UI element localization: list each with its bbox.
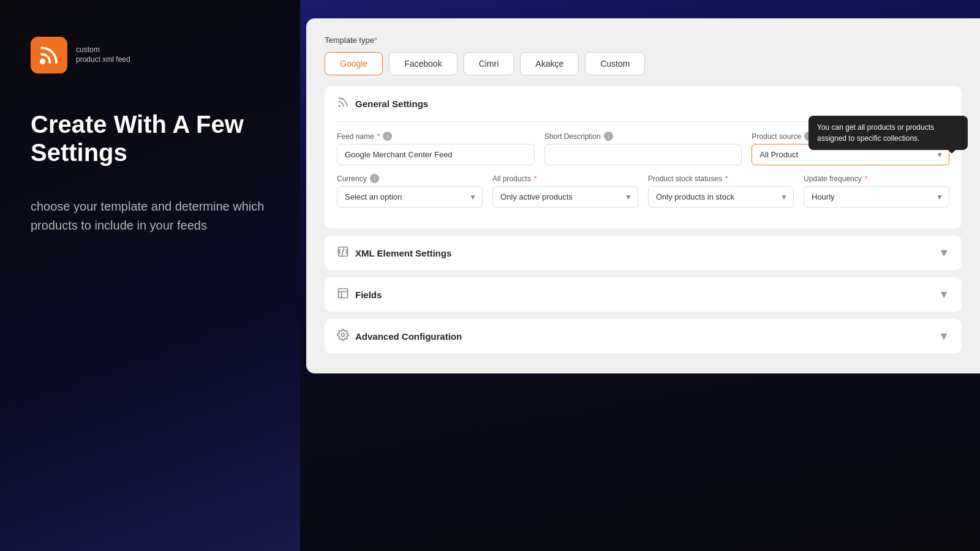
template-type-section: Template type* Google Facebook Cimri Aka… bbox=[325, 36, 962, 75]
all-products-label: All products* bbox=[492, 174, 638, 183]
feed-name-label: Feed name* i bbox=[337, 132, 535, 141]
short-description-label: Short Description i bbox=[545, 132, 742, 141]
right-panel: Template type* Google Facebook Cimri Aka… bbox=[300, 0, 980, 551]
currency-group: Currency i Select an option USD EUR TRY … bbox=[337, 174, 483, 208]
advanced-configuration-title: Advanced Configuration bbox=[355, 331, 462, 342]
logo-icon bbox=[31, 37, 67, 73]
main-heading: Create With A Few Settings bbox=[31, 110, 270, 167]
general-settings-title: General Settings bbox=[355, 99, 428, 109]
logo-title: custom bbox=[76, 45, 130, 55]
fields-card: Fields ▼ bbox=[325, 277, 962, 312]
currency-info-icon[interactable]: i bbox=[370, 174, 379, 183]
form-container: Template type* Google Facebook Cimri Aka… bbox=[306, 18, 980, 373]
rss-icon bbox=[337, 96, 349, 111]
left-panel: custom product xml feed Create With A Fe… bbox=[0, 0, 300, 551]
fields-header[interactable]: Fields ▼ bbox=[325, 277, 962, 312]
short-desc-info-icon[interactable]: i bbox=[604, 132, 613, 141]
short-description-input[interactable] bbox=[545, 144, 742, 165]
update-frequency-select[interactable]: Hourly Daily Weekly bbox=[804, 186, 949, 208]
short-description-group: Short Description i bbox=[545, 132, 742, 165]
template-type-label: Template type* bbox=[325, 36, 962, 45]
feed-name-group: Feed name* i bbox=[337, 132, 535, 165]
sub-text: choose your template and determine which… bbox=[31, 197, 270, 235]
template-btn-akakce[interactable]: Akakçe bbox=[520, 52, 579, 75]
feed-name-info-icon[interactable]: i bbox=[383, 132, 392, 141]
update-frequency-label: Update frequency* bbox=[804, 174, 949, 183]
all-products-group: All products* All products Only active p… bbox=[492, 174, 638, 208]
svg-point-4 bbox=[342, 334, 345, 337]
xml-element-settings-card: XML Element Settings ▼ bbox=[325, 236, 962, 270]
currency-select[interactable]: Select an option USD EUR TRY bbox=[337, 186, 483, 208]
xml-element-settings-title: XML Element Settings bbox=[355, 248, 451, 258]
template-btn-facebook[interactable]: Facebook bbox=[389, 52, 457, 75]
template-btn-google[interactable]: Google bbox=[325, 52, 383, 75]
xml-element-settings-chevron-icon: ▼ bbox=[938, 247, 949, 260]
advanced-configuration-card: Advanced Configuration ▼ bbox=[325, 319, 962, 353]
logo-subtitle: product xml feed bbox=[76, 55, 130, 65]
product-stock-statuses-group: Product stock statuses* All Only product… bbox=[648, 174, 794, 208]
rss-logo-icon bbox=[38, 44, 60, 66]
xml-icon bbox=[337, 246, 349, 260]
fields-chevron-icon: ▼ bbox=[938, 288, 949, 301]
fields-title: Fields bbox=[355, 290, 382, 300]
product-stock-statuses-select[interactable]: All Only products in stock Only products… bbox=[648, 186, 794, 208]
advanced-configuration-header[interactable]: Advanced Configuration ▼ bbox=[325, 319, 962, 353]
form-row-2: Currency i Select an option USD EUR TRY … bbox=[337, 174, 949, 208]
feed-name-input[interactable] bbox=[337, 144, 535, 165]
template-buttons: Google Facebook Cimri Akakçe Custom bbox=[325, 52, 962, 75]
template-btn-custom[interactable]: Custom bbox=[585, 52, 645, 75]
xml-element-settings-header[interactable]: XML Element Settings ▼ bbox=[325, 236, 962, 270]
svg-point-1 bbox=[339, 105, 340, 107]
general-settings-body: You can get all products or products ass… bbox=[325, 122, 962, 228]
all-products-select[interactable]: All products Only active products Only i… bbox=[492, 186, 638, 208]
advanced-configuration-chevron-icon: ▼ bbox=[938, 330, 949, 343]
svg-rect-3 bbox=[339, 289, 348, 298]
update-frequency-group: Update frequency* Hourly Daily Weekly ▼ bbox=[804, 174, 949, 208]
gear-icon bbox=[337, 329, 349, 343]
logo-area: custom product xml feed bbox=[31, 37, 270, 73]
general-settings-card: General Settings You can get all product… bbox=[325, 86, 962, 228]
logo-text: custom product xml feed bbox=[76, 45, 130, 64]
currency-label: Currency i bbox=[337, 174, 483, 183]
svg-point-0 bbox=[40, 59, 45, 64]
product-source-tooltip: You can get all products or products ass… bbox=[809, 116, 968, 150]
fields-icon bbox=[337, 287, 349, 302]
product-stock-statuses-label: Product stock statuses* bbox=[648, 174, 794, 183]
template-btn-cimri[interactable]: Cimri bbox=[464, 52, 514, 75]
